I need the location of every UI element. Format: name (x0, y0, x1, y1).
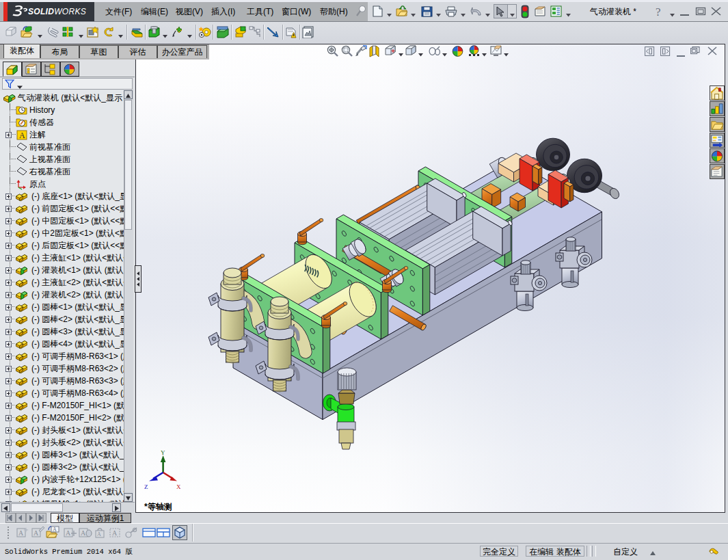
svg-text:A: A (81, 529, 86, 537)
svg-text:A: A (18, 529, 24, 537)
svg-text:Y: Y (161, 449, 165, 456)
svg-text:Z: Z (144, 483, 148, 490)
svg-text:X: X (176, 483, 181, 490)
svg-text:A: A (97, 531, 101, 537)
svg-text:A: A (53, 526, 57, 533)
svg-text:?: ? (656, 5, 661, 18)
svg-text:A: A (19, 131, 25, 140)
svg-text:A: A (33, 529, 39, 537)
svg-text:A: A (112, 529, 118, 537)
svg-text:A: A (66, 529, 71, 537)
